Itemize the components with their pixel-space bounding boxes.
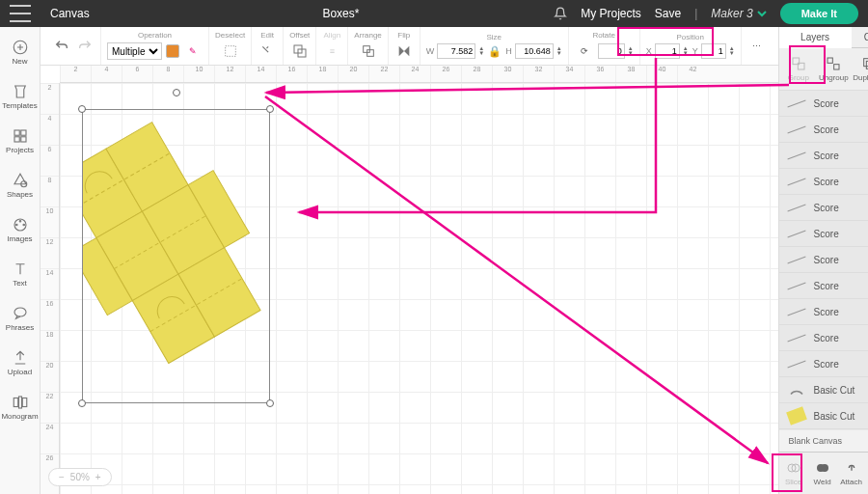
- svg-rect-4: [20, 137, 25, 142]
- layer-item[interactable]: Score👁: [779, 351, 868, 377]
- topbar: Canvas Boxes* My Projects Save | Maker 3…: [0, 0, 868, 27]
- redo-button[interactable]: [75, 37, 95, 56]
- divider: |: [694, 7, 697, 20]
- svg-rect-32: [827, 58, 832, 63]
- layer-item[interactable]: Score👁: [779, 247, 868, 273]
- zoom-in-icon[interactable]: +: [95, 472, 101, 482]
- layer-item[interactable]: Score👁: [779, 221, 868, 247]
- layer-item[interactable]: Score👁: [779, 117, 868, 143]
- width-input[interactable]: [437, 43, 475, 59]
- duplicate-button[interactable]: Duplicate: [852, 56, 868, 82]
- attach-button[interactable]: Attach: [837, 460, 866, 486]
- undo-button[interactable]: [52, 37, 71, 56]
- svg-point-8: [23, 224, 25, 226]
- group-button[interactable]: Group: [781, 56, 816, 82]
- weld-button[interactable]: Weld: [808, 460, 837, 486]
- svg-rect-2: [20, 130, 25, 135]
- chevron-down-icon: [757, 9, 767, 18]
- ungroup-button[interactable]: Ungroup: [816, 56, 851, 82]
- blank-canvas-label: Blank Canvas: [779, 430, 868, 452]
- resize-handle[interactable]: [266, 399, 274, 407]
- tab-layers[interactable]: Layers: [779, 27, 852, 48]
- layer-item[interactable]: Score👁: [779, 273, 868, 299]
- operation-label: Operation: [138, 31, 172, 40]
- layer-item[interactable]: Score👁: [779, 299, 868, 325]
- left-toolbar: New Templates Projects Shapes Images Tex…: [0, 27, 41, 494]
- svg-rect-11: [14, 398, 18, 407]
- zoom-control[interactable]: − 50% +: [48, 468, 112, 486]
- layer-item[interactable]: Score👁: [779, 325, 868, 351]
- make-it-button[interactable]: Make It: [780, 3, 858, 24]
- arrange-button[interactable]: [359, 41, 378, 61]
- swatch-icon[interactable]: [166, 44, 179, 58]
- deselect-label: Deselect: [215, 31, 245, 40]
- shapes-button[interactable]: Shapes: [0, 164, 41, 206]
- ruler-horizontal: 24681012141618202224262830323436384042: [60, 66, 778, 83]
- monogram-button[interactable]: Monogram: [0, 386, 41, 428]
- edit-button[interactable]: [258, 41, 277, 61]
- x-input[interactable]: [655, 43, 680, 59]
- layer-item[interactable]: Basic Cut👁: [779, 403, 868, 429]
- svg-rect-17: [363, 46, 369, 53]
- layer-item[interactable]: Score👁: [779, 195, 868, 221]
- lock-icon[interactable]: 🔒: [488, 45, 502, 58]
- projects-button[interactable]: Projects: [0, 120, 41, 162]
- right-panel: Layers Color Sync Group Ungroup Duplicat…: [778, 27, 868, 494]
- edit-label: Edit: [260, 31, 274, 40]
- position-label: Position: [676, 33, 703, 41]
- bell-icon[interactable]: [554, 7, 567, 20]
- svg-point-10: [14, 308, 26, 316]
- pencil-icon[interactable]: ✎: [183, 41, 203, 61]
- height-input[interactable]: [515, 43, 554, 59]
- my-projects-link[interactable]: My Projects: [581, 7, 641, 20]
- images-button[interactable]: Images: [0, 208, 41, 251]
- svg-rect-3: [14, 137, 19, 142]
- arrange-label: Arrange: [354, 31, 381, 40]
- hamburger-icon[interactable]: [10, 5, 31, 22]
- svg-point-7: [19, 221, 21, 223]
- zoom-out-icon[interactable]: −: [59, 472, 65, 482]
- new-button[interactable]: New: [0, 31, 41, 73]
- align-button[interactable]: ≡: [322, 41, 341, 61]
- rotate-input[interactable]: [598, 43, 625, 59]
- save-link[interactable]: Save: [655, 7, 681, 20]
- size-label: Size: [486, 33, 502, 41]
- flip-label: Flip: [397, 31, 410, 40]
- selection-box[interactable]: [82, 109, 270, 403]
- svg-point-39: [821, 464, 828, 472]
- templates-button[interactable]: Templates: [0, 75, 41, 118]
- align-label: Align: [323, 31, 340, 40]
- slice-button[interactable]: Slice: [779, 460, 808, 486]
- operation-select[interactable]: Multiple: [107, 42, 162, 60]
- resize-handle[interactable]: [78, 399, 86, 407]
- canvas-area[interactable]: 24681012141618202224262830323436384042 2…: [41, 66, 778, 494]
- project-title: Boxes*: [128, 7, 554, 20]
- ruler-vertical: 2468101214161820222426: [41, 83, 60, 494]
- y-input[interactable]: [701, 43, 726, 59]
- offset-label: Offset: [289, 31, 310, 40]
- flip-button[interactable]: [394, 41, 414, 61]
- layer-item[interactable]: Score👁: [779, 169, 868, 195]
- phrases-button[interactable]: Phrases: [0, 297, 41, 340]
- page-mode: Canvas: [50, 7, 90, 20]
- machine-select[interactable]: Maker 3: [711, 7, 766, 20]
- upload-button[interactable]: Upload: [0, 342, 41, 384]
- text-button[interactable]: Text: [0, 253, 41, 295]
- rotate-handle[interactable]: [173, 89, 180, 96]
- svg-rect-18: [366, 50, 373, 57]
- more-icon[interactable]: ⋯: [747, 37, 767, 56]
- resize-handle[interactable]: [266, 105, 274, 113]
- svg-rect-33: [834, 65, 839, 69]
- tab-color-sync[interactable]: Color Sync: [852, 27, 868, 48]
- resize-handle[interactable]: [78, 105, 86, 113]
- zoom-value: 50%: [70, 472, 90, 482]
- deselect-button[interactable]: [221, 41, 240, 61]
- svg-point-9: [15, 224, 17, 226]
- layer-item[interactable]: Score👁: [779, 91, 868, 117]
- offset-button[interactable]: [290, 41, 310, 61]
- layer-item[interactable]: Score👁: [779, 143, 868, 169]
- rotate-icon[interactable]: ⟳: [575, 41, 594, 61]
- layers-list: Score👁Score👁Score👁Score👁Score👁Score👁Scor…: [779, 91, 868, 430]
- layer-item[interactable]: Basic Cut👁: [779, 377, 868, 403]
- svg-rect-1: [14, 130, 19, 135]
